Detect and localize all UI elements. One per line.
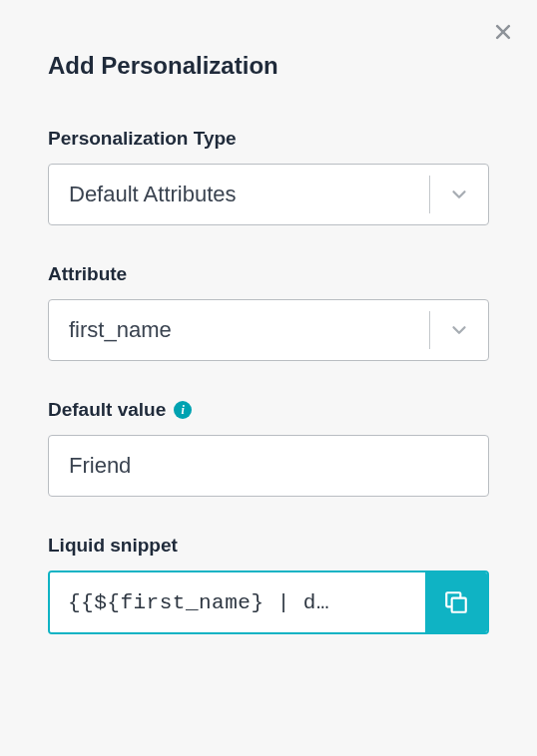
chevron-down-icon[interactable]	[430, 319, 488, 341]
close-button[interactable]	[489, 18, 517, 49]
copy-icon	[443, 589, 469, 615]
label-attribute: Attribute	[48, 263, 489, 285]
info-icon[interactable]: i	[174, 401, 192, 419]
label-personalization-type: Personalization Type	[48, 128, 489, 150]
close-icon	[493, 22, 513, 42]
label-default-value: Default value i	[48, 399, 489, 421]
select-value-attribute: first_name	[49, 317, 429, 343]
label-default-value-text: Default value	[48, 399, 166, 421]
snippet-row: {{${first_name} | d…	[48, 570, 489, 634]
modal-title: Add Personalization	[48, 52, 489, 80]
field-liquid-snippet: Liquid snippet {{${first_name} | d…	[48, 535, 489, 634]
select-personalization-type[interactable]: Default Attributes	[48, 164, 489, 225]
snippet-value: {{${first_name} | d…	[50, 572, 425, 632]
copy-button[interactable]	[425, 572, 487, 632]
select-attribute[interactable]: first_name	[48, 299, 489, 361]
label-liquid-snippet: Liquid snippet	[48, 535, 489, 557]
field-default-value: Default value i	[48, 399, 489, 497]
chevron-down-icon[interactable]	[430, 184, 488, 205]
personalization-modal: Add Personalization Personalization Type…	[0, 0, 537, 682]
field-attribute: Attribute first_name	[48, 263, 489, 361]
field-personalization-type: Personalization Type Default Attributes	[48, 128, 489, 225]
svg-rect-2	[452, 598, 466, 612]
default-value-input[interactable]	[48, 435, 489, 497]
select-value-personalization-type: Default Attributes	[49, 182, 429, 207]
